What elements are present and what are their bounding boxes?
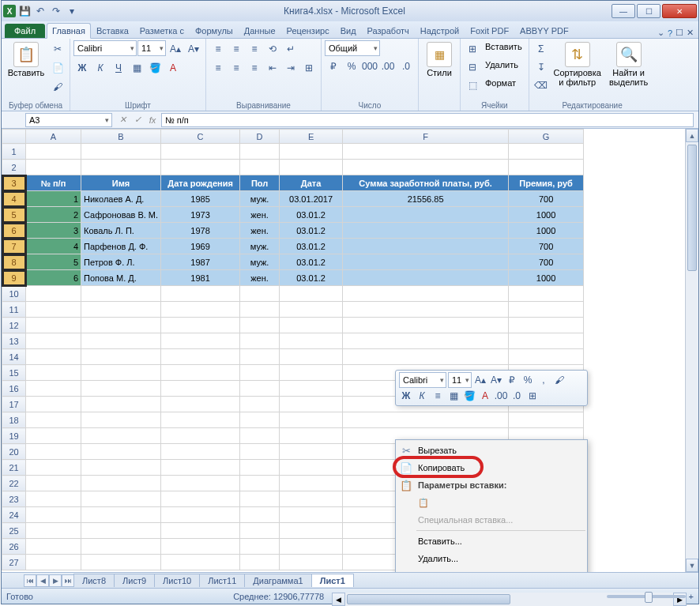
formula-input[interactable]: № п/п: [161, 113, 694, 127]
cell[interactable]: [81, 523, 161, 539]
find-select-button[interactable]: 🔍 Найти и выделить: [605, 40, 653, 88]
cell[interactable]: [509, 286, 584, 302]
cell[interactable]: [280, 507, 343, 523]
ctx-delete[interactable]: Удалить...: [396, 550, 587, 567]
shrink-font-icon[interactable]: A▾: [185, 40, 202, 58]
cell[interactable]: [26, 555, 81, 570]
cell[interactable]: [280, 160, 343, 175]
cell[interactable]: 1978: [161, 223, 240, 239]
cell[interactable]: [280, 286, 343, 302]
row-header-10[interactable]: 10: [2, 286, 26, 302]
row-header-13[interactable]: 13: [2, 333, 26, 349]
cell[interactable]: [161, 318, 240, 333]
col-header-E[interactable]: E: [280, 130, 343, 144]
cell[interactable]: [343, 254, 509, 270]
cell[interactable]: [26, 428, 81, 444]
cell[interactable]: [81, 160, 161, 175]
row-header-20[interactable]: 20: [2, 444, 26, 460]
decrease-indent-icon[interactable]: ⇤: [264, 59, 281, 77]
cell[interactable]: [26, 349, 81, 365]
cell[interactable]: [280, 491, 343, 507]
cell[interactable]: [81, 412, 161, 428]
cell[interactable]: [509, 333, 584, 349]
sheet-tab[interactable]: Лист8: [73, 574, 115, 587]
cell[interactable]: [161, 160, 240, 175]
cell[interactable]: 5: [26, 254, 81, 270]
tab-addins[interactable]: Надстрой: [415, 23, 465, 38]
sheet-nav-first-icon[interactable]: ⏮: [24, 574, 36, 587]
cell[interactable]: [81, 286, 161, 302]
sheet-nav-prev-icon[interactable]: ◀: [36, 574, 49, 587]
row-header-22[interactable]: 22: [2, 476, 26, 491]
cell[interactable]: [280, 476, 343, 491]
cell[interactable]: [280, 444, 343, 460]
save-icon[interactable]: 💾: [17, 4, 32, 18]
cell[interactable]: [240, 397, 280, 412]
cell[interactable]: [26, 539, 81, 555]
increase-indent-icon[interactable]: ⇥: [282, 59, 299, 77]
italic-button[interactable]: К: [92, 59, 109, 77]
cell[interactable]: [26, 523, 81, 539]
cell[interactable]: [240, 333, 280, 349]
cell[interactable]: [280, 412, 343, 428]
cancel-formula-icon[interactable]: ✕: [115, 113, 130, 127]
row-header-15[interactable]: 15: [2, 365, 26, 381]
cell[interactable]: 4: [26, 239, 81, 254]
hscroll-thumb[interactable]: [347, 594, 510, 604]
mini-format-painter-icon[interactable]: 🖌: [552, 373, 566, 387]
cell[interactable]: [81, 365, 161, 381]
enter-formula-icon[interactable]: ✓: [130, 113, 145, 127]
cell[interactable]: 03.01.2: [280, 223, 343, 239]
cell[interactable]: [81, 555, 161, 570]
percent-icon[interactable]: %: [343, 58, 360, 75]
cell[interactable]: 03.01.2: [280, 270, 343, 286]
cell[interactable]: [26, 333, 81, 349]
table-header[interactable]: Сумма заработной платы, руб.: [343, 175, 509, 191]
cell[interactable]: жен.: [240, 207, 280, 223]
underline-button[interactable]: Ч: [110, 59, 127, 77]
cell[interactable]: [280, 539, 343, 555]
cell[interactable]: Сафроновав В. М.: [81, 207, 161, 223]
tab-foxit[interactable]: Foxit PDF: [465, 23, 514, 38]
cell[interactable]: [509, 144, 584, 160]
cell[interactable]: [161, 539, 240, 555]
cell[interactable]: [161, 365, 240, 381]
insert-cells-icon[interactable]: ⊞: [464, 40, 481, 58]
orientation-icon[interactable]: ⟲: [264, 40, 281, 58]
cell[interactable]: Коваль Л. П.: [81, 223, 161, 239]
select-all-corner[interactable]: [2, 130, 26, 144]
row-header-14[interactable]: 14: [2, 349, 26, 365]
cell[interactable]: [509, 318, 584, 333]
fill-icon[interactable]: ↧: [533, 58, 550, 76]
row-header-23[interactable]: 23: [2, 491, 26, 507]
maximize-button[interactable]: ☐: [637, 4, 660, 18]
row-header-12[interactable]: 12: [2, 318, 26, 333]
cell[interactable]: [161, 333, 240, 349]
cell[interactable]: [26, 460, 81, 476]
cell[interactable]: [81, 302, 161, 318]
cell[interactable]: [240, 539, 280, 555]
cell[interactable]: [280, 302, 343, 318]
fill-color-icon[interactable]: 🪣: [146, 59, 164, 77]
cell[interactable]: [240, 555, 280, 570]
sheet-nav-next-icon[interactable]: ▶: [49, 574, 62, 587]
redo-icon[interactable]: ↷: [49, 4, 63, 18]
cell[interactable]: 1987: [161, 254, 240, 270]
cell[interactable]: [161, 460, 240, 476]
cell[interactable]: [280, 523, 343, 539]
font-color-icon[interactable]: A: [164, 59, 182, 77]
cell[interactable]: [240, 507, 280, 523]
cell[interactable]: [81, 460, 161, 476]
cell[interactable]: 03.01.2017: [280, 191, 343, 207]
cell[interactable]: [26, 365, 81, 381]
ctx-cut[interactable]: ✂Вырезать: [396, 442, 587, 459]
row-header-1[interactable]: 1: [2, 144, 26, 160]
sheet-tab[interactable]: Лист9: [114, 574, 155, 587]
cell[interactable]: [343, 144, 509, 160]
cell[interactable]: [81, 539, 161, 555]
font-name-combo[interactable]: Calibri: [73, 40, 137, 56]
cell[interactable]: [343, 270, 509, 286]
cell[interactable]: [161, 286, 240, 302]
tab-data[interactable]: Данные: [239, 23, 281, 38]
cell[interactable]: Попова М. Д.: [81, 270, 161, 286]
